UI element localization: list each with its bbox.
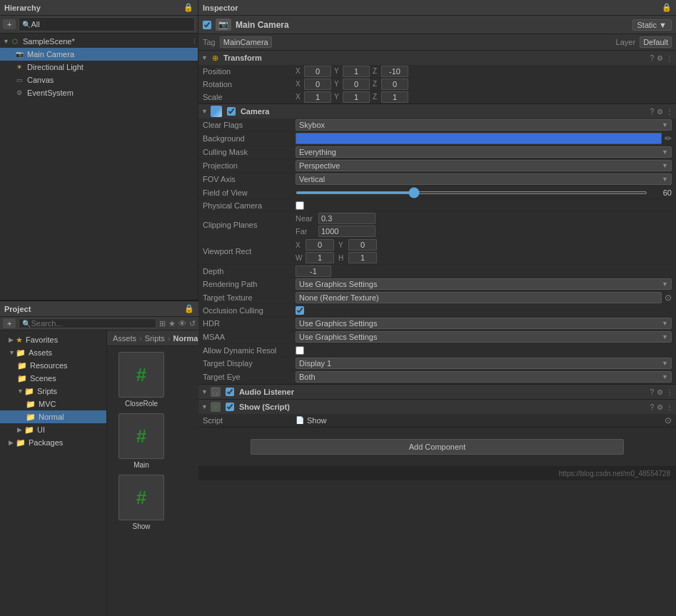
project-add-button[interactable]: +	[3, 318, 16, 328]
hierarchy-item-canvas[interactable]: ▭ Canvas	[0, 74, 198, 86]
add-component-button[interactable]: Add Component	[251, 439, 623, 455]
scene-root-item[interactable]: ▼ ⬡ SampleScene* ⋮	[0, 35, 198, 48]
msaa-dropdown[interactable]: Use Graphics Settings ▼	[296, 331, 672, 343]
show-script-header[interactable]: ▼ # Show (Script) ? ⚙ ⋮	[198, 400, 676, 414]
tag-dropdown[interactable]: MainCamera	[220, 36, 272, 48]
project-eye-icon[interactable]: 👁	[178, 319, 186, 328]
allow-dynamic-checkbox[interactable]	[296, 346, 304, 355]
script-select-icon[interactable]: ⊙	[665, 415, 672, 425]
project-search-input[interactable]	[31, 319, 153, 328]
audio-help-icon[interactable]: ?	[650, 388, 654, 396]
fov-slider[interactable]	[296, 191, 647, 194]
scene-menu-icon[interactable]: ⋮	[191, 38, 198, 45]
asset-item-main[interactable]: # Main	[113, 413, 170, 469]
transform-menu-icon[interactable]: ⋮	[666, 54, 673, 62]
scale-z-input[interactable]	[381, 91, 408, 103]
viewport-rect-label: Viewport Rect	[203, 247, 296, 256]
project-search-container: 🔍	[19, 318, 156, 328]
vp-w-input[interactable]	[306, 252, 334, 263]
physical-camera-checkbox[interactable]	[296, 201, 304, 210]
folder-favorites[interactable]: ▶ ★ Favorites	[0, 333, 106, 346]
camera-help-icon[interactable]: ?	[650, 108, 654, 116]
audio-settings-icon[interactable]: ⚙	[657, 388, 663, 396]
audio-enabled-checkbox[interactable]	[226, 388, 234, 396]
vp-y-input[interactable]	[348, 239, 377, 251]
folder-ui[interactable]: ▶ 📁 UI	[0, 423, 106, 436]
folder-mvc[interactable]: 📁 MVC	[0, 398, 106, 410]
transform-settings-icon[interactable]: ⚙	[657, 54, 663, 62]
audio-menu-icon[interactable]: ⋮	[666, 388, 673, 396]
project-view-icon[interactable]: ⊞	[159, 319, 166, 328]
target-display-dropdown[interactable]: Display 1 ▼	[296, 358, 672, 369]
transform-section-header[interactable]: ▼ ⊕ Transform ? ⚙ ⋮	[198, 51, 676, 65]
vp-x-input[interactable]	[306, 239, 334, 251]
hierarchy-item-main-camera[interactable]: 📷 Main Camera	[0, 48, 198, 61]
rotation-y-input[interactable]	[343, 79, 370, 90]
asset-grid: # CloseRole # Main #	[107, 346, 198, 536]
position-x-input[interactable]: 0	[304, 66, 331, 77]
gameobject-active-checkbox[interactable]	[203, 21, 211, 29]
rendering-path-text: Use Graphics Settings	[299, 280, 377, 288]
breadcrumb-assets[interactable]: Assets	[113, 334, 136, 343]
inspector-lock-icon[interactable]: 🔒	[662, 3, 672, 12]
occlusion-culling-checkbox[interactable]	[296, 306, 304, 315]
culling-mask-dropdown[interactable]: Everything ▼	[296, 146, 672, 158]
script-label: Script	[203, 416, 296, 425]
vp-h-input[interactable]	[348, 252, 377, 263]
folder-scenes[interactable]: 📁 Scenes	[0, 372, 106, 385]
target-texture-select-icon[interactable]: ⊙	[665, 293, 672, 303]
camera-section-header[interactable]: ▼ Camera ? ⚙ ⋮	[198, 104, 676, 118]
hdr-dropdown[interactable]: Use Graphics Settings ▼	[296, 318, 672, 329]
camera-menu-icon[interactable]: ⋮	[666, 108, 673, 116]
asset-item-closerole[interactable]: # CloseRole	[113, 352, 170, 408]
show-script-settings-icon[interactable]: ⚙	[657, 403, 663, 411]
scale-x-input[interactable]	[304, 91, 331, 103]
project-star-icon[interactable]: ★	[168, 319, 176, 328]
hierarchy-item-eventsystem[interactable]: ⚙ EventSystem	[0, 86, 198, 99]
asset-item-show[interactable]: # Show	[113, 475, 170, 530]
depth-input[interactable]	[296, 266, 331, 277]
hierarchy-search-input[interactable]	[31, 20, 191, 29]
hierarchy-item-directional-light[interactable]: ☀ Directional Light	[0, 61, 198, 74]
layer-dropdown[interactable]: Default	[640, 36, 672, 48]
viewport-xy-row: X Y	[296, 239, 672, 251]
folder-normal[interactable]: 📁 Normal	[0, 410, 106, 423]
project-refresh-icon[interactable]: ↺	[189, 319, 196, 328]
far-input[interactable]	[318, 226, 375, 237]
normal-folder-icon: 📁	[26, 413, 36, 422]
target-texture-dropdown[interactable]: None (Render Texture)	[296, 292, 662, 303]
fov-axis-dropdown[interactable]: Vertical ▼	[296, 173, 672, 185]
scale-y-input[interactable]	[343, 91, 370, 103]
breadcrumb-sripts[interactable]: Sripts	[145, 334, 165, 343]
target-eye-dropdown[interactable]: Both ▼	[296, 371, 672, 383]
transform-arrow-icon: ▼	[201, 54, 208, 61]
transform-title: Transform	[223, 54, 647, 62]
position-y-input[interactable]: 1	[343, 66, 370, 77]
folder-packages[interactable]: ▶ 📁 Packages	[0, 436, 106, 449]
rotation-z-input[interactable]	[381, 79, 408, 90]
add-component-container: Add Component	[198, 428, 676, 466]
camera-settings-icon[interactable]: ⚙	[657, 108, 663, 116]
folder-assets[interactable]: ▼ 📁 Assets	[0, 346, 106, 359]
background-color-swatch[interactable]	[296, 133, 662, 144]
rendering-path-dropdown[interactable]: Use Graphics Settings ▼	[296, 278, 672, 290]
folder-sripts[interactable]: ▼ 📁 Sripts	[0, 385, 106, 398]
projection-dropdown[interactable]: Perspective ▼	[296, 160, 672, 171]
transform-help-icon[interactable]: ?	[650, 54, 654, 62]
show-script-help-icon[interactable]: ?	[650, 403, 654, 411]
rotation-x-input[interactable]	[304, 79, 331, 90]
folder-resources[interactable]: 📁 Resources	[0, 359, 106, 372]
static-dropdown-button[interactable]: Static ▼	[632, 19, 672, 31]
color-picker-icon[interactable]: ✏	[665, 133, 672, 143]
camera-enabled-checkbox[interactable]	[227, 107, 236, 116]
hierarchy-add-button[interactable]: +	[3, 19, 16, 29]
show-script-enabled-checkbox[interactable]	[226, 403, 234, 411]
clear-flags-dropdown[interactable]: Skybox ▼	[296, 119, 672, 131]
breadcrumb-normal[interactable]: Normal	[173, 334, 198, 343]
audio-listener-header[interactable]: ▼ 🎧 Audio Listener ? ⚙ ⋮	[198, 385, 676, 399]
camera-section-icon	[211, 106, 222, 117]
url-bar: https://blog.csdn.net/m0_48554728	[198, 466, 676, 480]
near-input[interactable]	[318, 213, 375, 224]
show-script-menu-icon[interactable]: ⋮	[666, 403, 673, 411]
position-z-input[interactable]: -10	[381, 66, 408, 77]
